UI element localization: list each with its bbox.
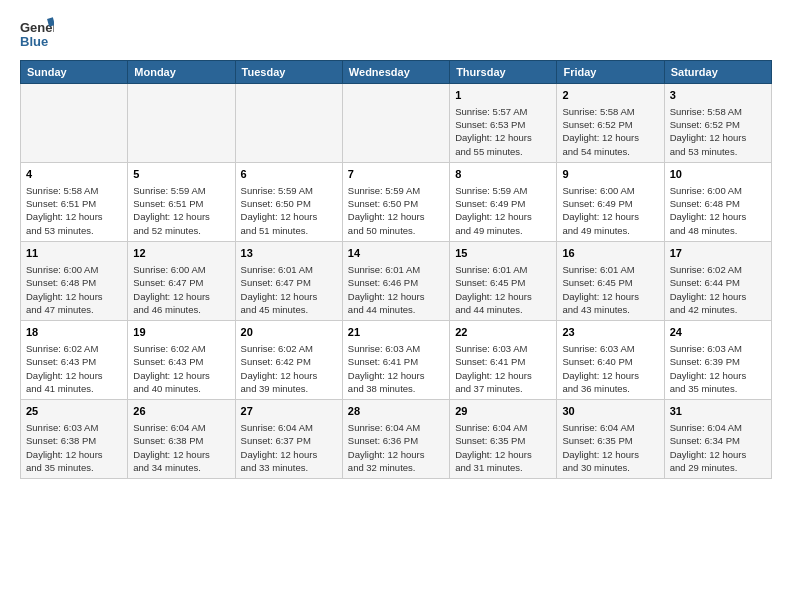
day-number: 5 <box>133 167 229 182</box>
week-row-3: 11Sunrise: 6:00 AMSunset: 6:48 PMDayligh… <box>21 242 772 321</box>
calendar-cell: 5Sunrise: 5:59 AMSunset: 6:51 PMDaylight… <box>128 163 235 242</box>
weekday-monday: Monday <box>128 61 235 84</box>
day-info: Sunrise: 6:03 AMSunset: 6:41 PMDaylight:… <box>455 342 551 395</box>
day-number: 1 <box>455 88 551 103</box>
day-number: 14 <box>348 246 444 261</box>
day-number: 25 <box>26 404 122 419</box>
calendar-cell: 27Sunrise: 6:04 AMSunset: 6:37 PMDayligh… <box>235 400 342 479</box>
calendar-cell: 7Sunrise: 5:59 AMSunset: 6:50 PMDaylight… <box>342 163 449 242</box>
calendar-cell <box>21 84 128 163</box>
day-info: Sunrise: 6:01 AMSunset: 6:46 PMDaylight:… <box>348 263 444 316</box>
day-number: 24 <box>670 325 766 340</box>
day-info: Sunrise: 5:58 AMSunset: 6:52 PMDaylight:… <box>670 105 766 158</box>
day-info: Sunrise: 6:03 AMSunset: 6:38 PMDaylight:… <box>26 421 122 474</box>
calendar-cell: 9Sunrise: 6:00 AMSunset: 6:49 PMDaylight… <box>557 163 664 242</box>
weekday-thursday: Thursday <box>450 61 557 84</box>
day-number: 20 <box>241 325 337 340</box>
calendar-cell: 11Sunrise: 6:00 AMSunset: 6:48 PMDayligh… <box>21 242 128 321</box>
svg-text:Blue: Blue <box>20 34 48 49</box>
calendar-cell <box>342 84 449 163</box>
calendar-cell: 25Sunrise: 6:03 AMSunset: 6:38 PMDayligh… <box>21 400 128 479</box>
day-info: Sunrise: 5:59 AMSunset: 6:49 PMDaylight:… <box>455 184 551 237</box>
calendar-cell: 1Sunrise: 5:57 AMSunset: 6:53 PMDaylight… <box>450 84 557 163</box>
calendar-cell <box>235 84 342 163</box>
calendar-cell: 19Sunrise: 6:02 AMSunset: 6:43 PMDayligh… <box>128 321 235 400</box>
page: General Blue SundayMondayTuesdayWednesda… <box>0 0 792 489</box>
calendar-cell: 23Sunrise: 6:03 AMSunset: 6:40 PMDayligh… <box>557 321 664 400</box>
day-info: Sunrise: 6:04 AMSunset: 6:35 PMDaylight:… <box>562 421 658 474</box>
calendar-cell: 30Sunrise: 6:04 AMSunset: 6:35 PMDayligh… <box>557 400 664 479</box>
day-info: Sunrise: 6:04 AMSunset: 6:37 PMDaylight:… <box>241 421 337 474</box>
logo-svg: General Blue <box>20 16 54 50</box>
weekday-wednesday: Wednesday <box>342 61 449 84</box>
calendar-cell: 6Sunrise: 5:59 AMSunset: 6:50 PMDaylight… <box>235 163 342 242</box>
day-info: Sunrise: 6:00 AMSunset: 6:47 PMDaylight:… <box>133 263 229 316</box>
calendar-cell: 14Sunrise: 6:01 AMSunset: 6:46 PMDayligh… <box>342 242 449 321</box>
day-number: 2 <box>562 88 658 103</box>
day-number: 31 <box>670 404 766 419</box>
calendar-cell: 13Sunrise: 6:01 AMSunset: 6:47 PMDayligh… <box>235 242 342 321</box>
calendar-table: SundayMondayTuesdayWednesdayThursdayFrid… <box>20 60 772 479</box>
day-info: Sunrise: 6:04 AMSunset: 6:38 PMDaylight:… <box>133 421 229 474</box>
day-info: Sunrise: 6:01 AMSunset: 6:47 PMDaylight:… <box>241 263 337 316</box>
day-info: Sunrise: 6:04 AMSunset: 6:34 PMDaylight:… <box>670 421 766 474</box>
day-info: Sunrise: 6:02 AMSunset: 6:44 PMDaylight:… <box>670 263 766 316</box>
day-number: 28 <box>348 404 444 419</box>
day-info: Sunrise: 6:00 AMSunset: 6:48 PMDaylight:… <box>26 263 122 316</box>
day-info: Sunrise: 6:04 AMSunset: 6:35 PMDaylight:… <box>455 421 551 474</box>
calendar-cell: 21Sunrise: 6:03 AMSunset: 6:41 PMDayligh… <box>342 321 449 400</box>
day-number: 4 <box>26 167 122 182</box>
day-info: Sunrise: 6:00 AMSunset: 6:49 PMDaylight:… <box>562 184 658 237</box>
day-info: Sunrise: 6:03 AMSunset: 6:41 PMDaylight:… <box>348 342 444 395</box>
day-number: 8 <box>455 167 551 182</box>
day-number: 27 <box>241 404 337 419</box>
day-number: 3 <box>670 88 766 103</box>
day-number: 6 <box>241 167 337 182</box>
day-info: Sunrise: 5:59 AMSunset: 6:51 PMDaylight:… <box>133 184 229 237</box>
day-number: 21 <box>348 325 444 340</box>
weekday-friday: Friday <box>557 61 664 84</box>
day-info: Sunrise: 5:59 AMSunset: 6:50 PMDaylight:… <box>348 184 444 237</box>
weekday-tuesday: Tuesday <box>235 61 342 84</box>
day-info: Sunrise: 6:03 AMSunset: 6:39 PMDaylight:… <box>670 342 766 395</box>
day-info: Sunrise: 6:01 AMSunset: 6:45 PMDaylight:… <box>562 263 658 316</box>
day-number: 7 <box>348 167 444 182</box>
weekday-sunday: Sunday <box>21 61 128 84</box>
day-number: 19 <box>133 325 229 340</box>
calendar-cell: 22Sunrise: 6:03 AMSunset: 6:41 PMDayligh… <box>450 321 557 400</box>
weekday-saturday: Saturday <box>664 61 771 84</box>
day-number: 22 <box>455 325 551 340</box>
day-info: Sunrise: 6:03 AMSunset: 6:40 PMDaylight:… <box>562 342 658 395</box>
day-number: 15 <box>455 246 551 261</box>
day-number: 29 <box>455 404 551 419</box>
day-number: 26 <box>133 404 229 419</box>
day-number: 11 <box>26 246 122 261</box>
calendar-cell: 31Sunrise: 6:04 AMSunset: 6:34 PMDayligh… <box>664 400 771 479</box>
day-number: 23 <box>562 325 658 340</box>
calendar-cell: 4Sunrise: 5:58 AMSunset: 6:51 PMDaylight… <box>21 163 128 242</box>
day-number: 12 <box>133 246 229 261</box>
day-info: Sunrise: 6:01 AMSunset: 6:45 PMDaylight:… <box>455 263 551 316</box>
day-number: 30 <box>562 404 658 419</box>
week-row-2: 4Sunrise: 5:58 AMSunset: 6:51 PMDaylight… <box>21 163 772 242</box>
day-info: Sunrise: 6:02 AMSunset: 6:43 PMDaylight:… <box>133 342 229 395</box>
calendar-cell: 8Sunrise: 5:59 AMSunset: 6:49 PMDaylight… <box>450 163 557 242</box>
day-info: Sunrise: 6:02 AMSunset: 6:42 PMDaylight:… <box>241 342 337 395</box>
calendar-cell: 3Sunrise: 5:58 AMSunset: 6:52 PMDaylight… <box>664 84 771 163</box>
weekday-header-row: SundayMondayTuesdayWednesdayThursdayFrid… <box>21 61 772 84</box>
calendar-cell: 2Sunrise: 5:58 AMSunset: 6:52 PMDaylight… <box>557 84 664 163</box>
week-row-1: 1Sunrise: 5:57 AMSunset: 6:53 PMDaylight… <box>21 84 772 163</box>
day-info: Sunrise: 6:02 AMSunset: 6:43 PMDaylight:… <box>26 342 122 395</box>
calendar-cell: 28Sunrise: 6:04 AMSunset: 6:36 PMDayligh… <box>342 400 449 479</box>
day-info: Sunrise: 5:57 AMSunset: 6:53 PMDaylight:… <box>455 105 551 158</box>
calendar-cell: 12Sunrise: 6:00 AMSunset: 6:47 PMDayligh… <box>128 242 235 321</box>
day-number: 10 <box>670 167 766 182</box>
calendar-cell: 24Sunrise: 6:03 AMSunset: 6:39 PMDayligh… <box>664 321 771 400</box>
day-info: Sunrise: 5:59 AMSunset: 6:50 PMDaylight:… <box>241 184 337 237</box>
header: General Blue <box>20 16 772 50</box>
day-info: Sunrise: 6:04 AMSunset: 6:36 PMDaylight:… <box>348 421 444 474</box>
calendar-cell: 15Sunrise: 6:01 AMSunset: 6:45 PMDayligh… <box>450 242 557 321</box>
calendar-cell <box>128 84 235 163</box>
day-number: 18 <box>26 325 122 340</box>
calendar-cell: 20Sunrise: 6:02 AMSunset: 6:42 PMDayligh… <box>235 321 342 400</box>
